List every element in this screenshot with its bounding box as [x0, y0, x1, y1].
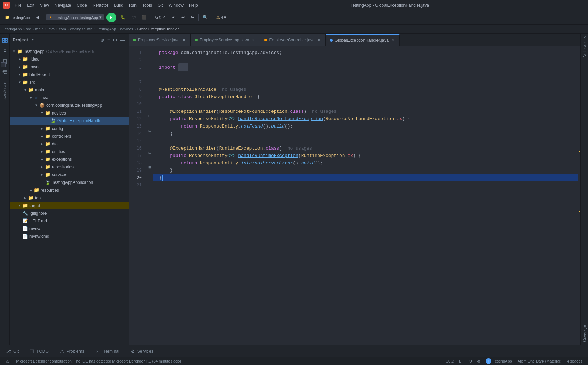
tree-target[interactable]: 📁 target [10, 202, 129, 209]
menu-tools[interactable]: Tools [140, 2, 154, 8]
toolbar-back-btn[interactable]: ◀ [34, 14, 41, 21]
tree-com[interactable]: 📦 com.codingshuttle.TestingApp [10, 102, 129, 109]
breadcrumb-main[interactable]: main [35, 27, 43, 31]
tab-employeeservice[interactable]: EmployeeService.java × [129, 34, 191, 46]
fg-12[interactable]: ⊟ [146, 112, 153, 120]
panel-settings-btn[interactable]: ⚙ [112, 36, 118, 43]
tab-employeeserviceimpl[interactable]: EmployeeServiceImpl.java × [191, 34, 260, 46]
fold-19[interactable]: ⊟ [148, 165, 151, 170]
menu-refactor[interactable]: Refactor [90, 2, 110, 8]
jpa-explorer-icon[interactable]: JPA Explorer [1, 78, 9, 103]
status-warning-icon[interactable]: ⚠ [3, 357, 12, 365]
menu-git[interactable]: Git [155, 2, 165, 8]
tab-employeecontroller[interactable]: EmployeeController.java × [260, 34, 326, 46]
breadcrumb-testingapp[interactable]: TestingApp [3, 27, 22, 31]
menu-run[interactable]: Run [127, 2, 139, 8]
breadcrumb-codingshuttle[interactable]: codingshuttle [70, 27, 93, 31]
git-update-btn[interactable]: Git: ✓ [153, 14, 168, 21]
locate-file-btn[interactable]: ⊕ [99, 36, 105, 43]
notifications-panel-btn[interactable]: Notifications [581, 34, 588, 60]
fold-17[interactable]: ⊟ [148, 150, 151, 156]
tree-exceptions[interactable]: 📁 exceptions [10, 156, 129, 163]
import-fold[interactable]: ... [178, 63, 189, 71]
git-commit-btn[interactable]: ✔ [170, 14, 177, 21]
run-button[interactable]: ▶ [106, 13, 116, 22]
panel-close-btn[interactable]: — [119, 36, 126, 43]
toolbar-project-btn[interactable]: 📁 TestingApp [3, 14, 32, 21]
fg-3[interactable]: − [146, 61, 153, 68]
tab-close-3[interactable]: × [317, 37, 321, 43]
search-btn[interactable]: 🔍 [201, 14, 210, 21]
commit-icon[interactable] [1, 47, 9, 55]
status-indent[interactable]: 4 spaces [564, 357, 585, 365]
menu-code[interactable]: Code [75, 2, 89, 8]
tree-resources[interactable]: 📁 resources [10, 186, 129, 194]
tree-dto[interactable]: 📁 dto [10, 140, 129, 148]
debug-btn[interactable]: 🐛 [118, 14, 127, 21]
status-theme[interactable]: Atom One Dark (Material) [515, 357, 564, 365]
collapse-all-btn[interactable]: ≡ [106, 36, 111, 43]
tree-repositories[interactable]: 📁 repositories [10, 163, 129, 171]
warning-btn[interactable]: ⚠ 4 ▾ [214, 14, 228, 21]
menu-file[interactable]: File [13, 2, 23, 8]
tree-idea[interactable]: 📁 .idea [10, 55, 129, 63]
status-encoding[interactable]: UTF-8 [466, 357, 483, 365]
code-content[interactable]: package com.codingshuttle.TestingApp.adv… [153, 46, 578, 345]
tree-advices[interactable]: 📁 advices [10, 109, 129, 117]
menu-build[interactable]: Build [112, 2, 125, 8]
status-project-badge[interactable]: T TestingApp [483, 357, 514, 365]
tab-close-4[interactable]: × [391, 37, 395, 43]
breadcrumb-java[interactable]: java [48, 27, 55, 31]
tree-entities[interactable]: 📁 entities [10, 148, 129, 156]
tree-htmlreport[interactable]: 📁 htmlReport [10, 71, 129, 78]
tree-mvn[interactable]: 📁 .mvn [10, 63, 129, 71]
tab-more-btn[interactable]: ⋮ [569, 39, 577, 46]
tree-java[interactable]: ☕ java [10, 94, 129, 102]
coverage-btn[interactable]: 🛡 [130, 14, 138, 21]
tab-close-1[interactable]: × [182, 37, 186, 43]
bottom-tab-services[interactable]: ⚙ Services [128, 345, 156, 357]
tree-global-exception[interactable]: 🍃 GlobalExceptionHandler [10, 117, 129, 125]
breadcrumb-advices[interactable]: advices [120, 27, 133, 31]
tree-mvnw-cmd[interactable]: 📄 mvnw.cmd [10, 233, 129, 240]
menu-edit[interactable]: Edit [25, 2, 36, 8]
breadcrumb-testingapp2[interactable]: TestingApp [97, 27, 116, 31]
menu-help[interactable]: Help [187, 2, 200, 8]
bottom-tab-git[interactable]: ⎇ Git [3, 345, 21, 357]
bottom-tab-todo[interactable]: ☑ TODO [27, 345, 51, 357]
tree-controllers[interactable]: 📁 controllers [10, 132, 129, 140]
fg-19[interactable]: ⊟ [146, 164, 153, 171]
run-config[interactable]: 🔸 TestingApp in TestingApp ▾ [46, 14, 104, 20]
status-cursor[interactable]: 20:2 [443, 357, 456, 365]
breadcrumb-com[interactable]: com [59, 27, 66, 31]
fold-14[interactable]: ⊟ [148, 128, 151, 133]
menu-view[interactable]: View [38, 2, 51, 8]
breadcrumb-src[interactable]: src [26, 27, 31, 31]
tree-root[interactable]: 📁 TestingApp C:\Users\Prem Mane\OneDri..… [10, 48, 129, 55]
structure-icon[interactable] [1, 68, 9, 76]
tree-gitignore[interactable]: 🔧 .gitignore [10, 209, 129, 217]
tree-src[interactable]: 📁 src [10, 78, 129, 86]
fg-17[interactable]: ⊟ [146, 149, 153, 157]
project-panel-icon[interactable] [1, 36, 9, 44]
menu-window[interactable]: Window [166, 2, 186, 8]
bottom-tab-terminal[interactable]: >_ Terminal [92, 345, 122, 357]
tree-config[interactable]: 📁 config [10, 125, 129, 132]
tree-services[interactable]: 📁 services [10, 171, 129, 179]
tree-main[interactable]: 📁 main [10, 86, 129, 94]
breadcrumb-class[interactable]: GlobalExceptionHandler [137, 27, 179, 31]
menu-navigate[interactable]: Navigate [53, 2, 73, 8]
bottom-tab-problems[interactable]: ⚠ Problems [57, 345, 87, 357]
stop-btn[interactable]: ⬛ [140, 14, 149, 21]
fold-12[interactable]: ⊟ [148, 113, 151, 119]
status-lf[interactable]: LF [456, 357, 466, 365]
tab-globalexceptionhandler[interactable]: GlobalExceptionHandler.java × [326, 34, 400, 46]
tree-helpmd[interactable]: 📝 HELP.md [10, 217, 129, 225]
redo-btn[interactable]: ↪ [189, 14, 196, 21]
fg-14[interactable]: ⊟ [146, 127, 153, 135]
coverage-panel-btn[interactable]: Coverage [581, 322, 588, 345]
tree-test[interactable]: 📁 test [10, 194, 129, 202]
tab-close-2[interactable]: × [251, 37, 255, 43]
tree-mvnw[interactable]: 📄 mvnw [10, 225, 129, 233]
undo-btn[interactable]: ↩ [179, 14, 187, 21]
